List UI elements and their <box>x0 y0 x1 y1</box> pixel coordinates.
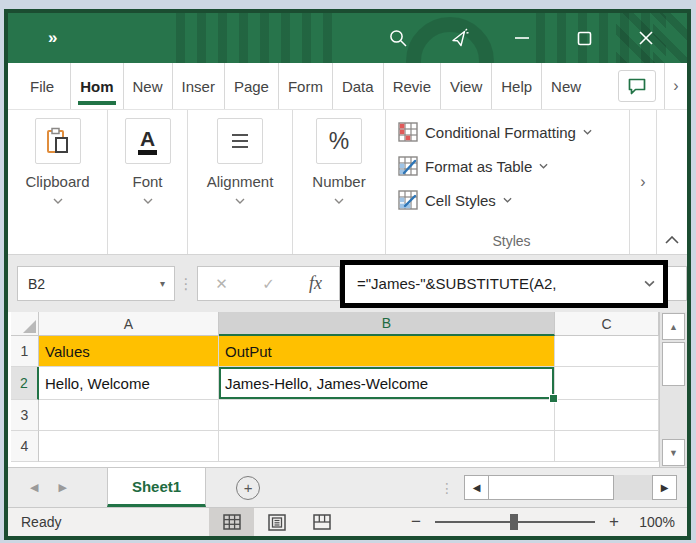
chevron-down-icon[interactable] <box>334 198 344 204</box>
scroll-down-button[interactable]: ▼ <box>662 439 685 466</box>
tab-review[interactable]: Revie <box>383 63 440 109</box>
zoom-slider-handle[interactable] <box>510 514 518 530</box>
cell-b2-selected[interactable]: James-Hello, James-Welcome <box>219 367 555 400</box>
row-header-1[interactable]: 1 <box>11 336 39 367</box>
close-button[interactable] <box>615 13 677 63</box>
tab-formulas[interactable]: Form <box>278 63 332 109</box>
zoom-level-text[interactable]: 100% <box>627 514 675 530</box>
tab-home[interactable]: Hom <box>70 63 122 109</box>
horizontal-scrollbar[interactable]: ◀ ▶ <box>464 475 677 500</box>
vertical-scrollbar[interactable]: ▲ ▼ <box>659 312 687 467</box>
sheet-tab-sheet1[interactable]: Sheet1 <box>107 468 206 507</box>
styles-gallery-more-button[interactable]: › <box>630 110 657 254</box>
view-shortcuts <box>209 508 344 536</box>
name-box-dropdown-icon[interactable]: ▾ <box>160 278 174 289</box>
name-box[interactable]: B2 ▾ <box>17 266 175 301</box>
cell-a2[interactable]: Hello, Welcome <box>39 367 219 400</box>
insert-function-button[interactable]: fx <box>292 273 339 294</box>
chevron-down-icon <box>583 129 592 135</box>
tab-row-more-button[interactable]: › <box>664 63 687 109</box>
cell-a1[interactable]: Values <box>39 336 219 367</box>
normal-view-button[interactable] <box>209 508 254 536</box>
cell-c4[interactable] <box>555 431 659 462</box>
tab-new-1[interactable]: New <box>123 63 172 109</box>
cell-c3[interactable] <box>555 400 659 431</box>
page-break-preview-button[interactable] <box>299 508 344 536</box>
select-all-button[interactable] <box>11 312 39 336</box>
enter-button[interactable]: ✓ <box>245 275 292 293</box>
collapse-ribbon-icon[interactable] <box>665 236 679 244</box>
zoom-in-button[interactable]: + <box>601 512 627 532</box>
column-header-a[interactable]: A <box>39 312 219 336</box>
ribbon-group-number[interactable]: % Number <box>293 110 386 254</box>
cell-a4[interactable] <box>39 431 219 462</box>
ribbon-group-font[interactable]: A Font <box>108 110 188 254</box>
cell-c2[interactable] <box>555 367 659 400</box>
tabrow-spacer <box>590 63 618 109</box>
cell-styles-button[interactable]: Cell Styles <box>398 187 625 213</box>
tab-file[interactable]: File <box>14 63 70 109</box>
new-sheet-button[interactable]: + <box>236 476 260 500</box>
scroll-up-button[interactable]: ▲ <box>662 313 685 340</box>
fill-handle[interactable] <box>549 394 558 403</box>
number-percent-icon: % <box>316 118 362 164</box>
zoom-controls: − + 100% <box>403 512 687 532</box>
formula-bar-grip-dots[interactable]: ⋮ <box>175 275 197 293</box>
minimize-button[interactable] <box>491 13 553 63</box>
quick-access-overflow-button[interactable]: » <box>48 28 58 48</box>
horizontal-scrollbar-track[interactable] <box>614 475 652 500</box>
cell-b3[interactable] <box>219 400 555 431</box>
sheet-nav-next-icon[interactable]: ▶ <box>58 481 66 494</box>
column-header-c[interactable]: C <box>555 312 659 336</box>
ribbon-right-rail <box>657 110 687 254</box>
tab-insert[interactable]: Inser <box>172 63 224 109</box>
page-layout-view-button[interactable] <box>254 508 299 536</box>
row-header-2[interactable]: 2 <box>11 367 39 400</box>
conditional-formatting-button[interactable]: Conditional Formatting <box>398 119 625 145</box>
name-box-value: B2 <box>18 276 45 292</box>
tab-help[interactable]: Help <box>491 63 541 109</box>
horizontal-scrollbar-thumb[interactable] <box>489 475 614 500</box>
titlebar: » <box>8 13 687 63</box>
format-as-table-button[interactable]: Format as Table <box>398 153 625 179</box>
tab-data[interactable]: Data <box>332 63 383 109</box>
comment-icon <box>627 77 647 95</box>
chevron-down-icon[interactable] <box>53 198 63 204</box>
page-layout-view-icon <box>268 514 286 531</box>
zoom-out-button[interactable]: − <box>403 512 429 532</box>
vertical-scrollbar-track[interactable] <box>660 387 687 439</box>
tab-new-2[interactable]: New <box>541 63 590 109</box>
sheetbar-grip-dots[interactable]: ⋮ <box>440 480 454 496</box>
vertical-scrollbar-thumb[interactable] <box>662 342 685 386</box>
row-header-3[interactable]: 3 <box>11 400 39 431</box>
cancel-button[interactable]: ✕ <box>198 275 245 293</box>
cell-a3[interactable] <box>39 400 219 431</box>
formula-input[interactable]: ="James-"&SUBSTITUTE(A2, <box>340 260 668 308</box>
ribbon-group-clipboard[interactable]: Clipboard <box>8 110 108 254</box>
chevron-down-icon[interactable] <box>235 198 245 204</box>
tab-view[interactable]: View <box>440 63 491 109</box>
maximize-button[interactable] <box>553 13 615 63</box>
cell-c1[interactable] <box>555 336 659 367</box>
feedback-megaphone-icon[interactable] <box>429 13 491 63</box>
scroll-left-button[interactable]: ◀ <box>464 475 489 500</box>
excel-window: » File Hom New Inser Page Form Data <box>4 9 691 540</box>
sheet-nav-previous-icon[interactable]: ◀ <box>30 481 38 494</box>
scroll-right-button[interactable]: ▶ <box>652 475 677 500</box>
cell-b4[interactable] <box>219 431 555 462</box>
zoom-slider-track[interactable] <box>435 521 595 523</box>
row-header-4[interactable]: 4 <box>11 431 39 462</box>
conditional-formatting-label: Conditional Formatting <box>425 124 576 141</box>
page-break-preview-icon <box>313 514 331 530</box>
ribbon-group-alignment[interactable]: Alignment <box>188 110 293 254</box>
comments-button[interactable] <box>618 70 656 102</box>
group-label-styles: Styles <box>492 233 530 252</box>
tab-page-layout[interactable]: Page <box>224 63 278 109</box>
search-icon[interactable] <box>367 13 429 63</box>
chevron-down-icon[interactable] <box>143 198 153 204</box>
group-label-clipboard: Clipboard <box>25 173 89 190</box>
column-header-b[interactable]: B <box>219 312 555 336</box>
clipboard-icon <box>35 118 81 164</box>
expand-formula-bar-icon[interactable] <box>638 280 655 287</box>
cell-b1[interactable]: OutPut <box>219 336 555 367</box>
